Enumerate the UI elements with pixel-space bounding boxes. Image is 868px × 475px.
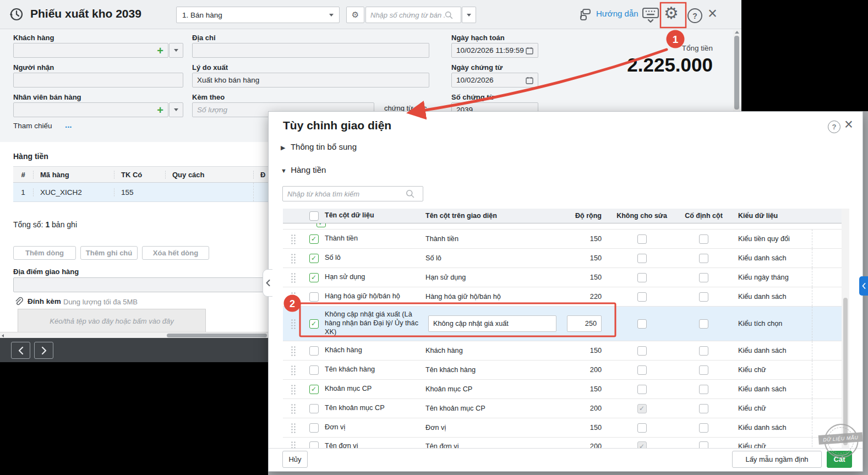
- col-width-header[interactable]: Độ rộng: [523, 212, 606, 220]
- column-row[interactable]: Tên khoản mục CPTên khoản mục CP200✓Kiểu…: [283, 399, 842, 418]
- column-row[interactable]: Hàng hóa giữ hộ/bán hộHàng hóa giữ hộ/bá…: [283, 287, 842, 307]
- ngay-hach-toan-input[interactable]: 10/02/2026 11:59:59: [451, 43, 538, 58]
- column-row[interactable]: Đơn vịĐơn vị150Kiểu danh sách: [283, 418, 842, 438]
- dialog-close-icon[interactable]: ×: [844, 116, 853, 133]
- calendar-icon[interactable]: [526, 77, 533, 84]
- drag-handle-cell[interactable]: [283, 292, 303, 302]
- readonly-checkbox[interactable]: [637, 385, 647, 394]
- dialog-search-box[interactable]: [282, 186, 423, 201]
- readonly-checkbox-cell[interactable]: [606, 346, 678, 356]
- col-clipped[interactable]: Đ: [253, 171, 268, 179]
- col-tk-co[interactable]: TK Có: [114, 171, 165, 179]
- dialog-search-input[interactable]: [287, 190, 406, 198]
- dia-diem-input[interactable]: [13, 277, 266, 292]
- side-panel-tab[interactable]: [859, 276, 868, 296]
- column-row[interactable]: Tên đơn vịTên đơn vị200✓Kiểu chữ: [283, 438, 842, 448]
- readonly-checkbox[interactable]: [637, 273, 647, 282]
- row-checkbox-cell[interactable]: ✓: [303, 385, 325, 394]
- row-checkbox[interactable]: [309, 346, 319, 356]
- fixed-checkbox-cell[interactable]: [678, 385, 730, 394]
- column-row[interactable]: Tên khách hàngTên khách hàng200Kiểu chữ: [283, 361, 842, 380]
- drag-handle-cell[interactable]: [283, 384, 303, 395]
- h-scrollbar-thumb[interactable]: [167, 334, 267, 337]
- readonly-checkbox-cell[interactable]: [606, 254, 678, 263]
- row-checkbox-cell[interactable]: [303, 346, 325, 356]
- dialog-help-icon[interactable]: ?: [828, 121, 840, 133]
- fixed-checkbox[interactable]: [699, 273, 708, 282]
- drag-handle-cell[interactable]: [283, 346, 303, 356]
- drag-handle-cell[interactable]: [283, 272, 303, 283]
- row-checkbox[interactable]: [309, 441, 319, 448]
- main-scrollbar-thumb[interactable]: [734, 36, 739, 110]
- xoa-het-dong-button[interactable]: Xóa hết dòng: [142, 246, 209, 260]
- row-checkbox[interactable]: ✓: [309, 254, 319, 263]
- them-dong-button[interactable]: Thêm dòng: [13, 246, 76, 260]
- fixed-checkbox[interactable]: [699, 385, 708, 394]
- fixed-checkbox[interactable]: [699, 346, 708, 356]
- section-hang-tien[interactable]: ▼ Hàng tiền: [281, 165, 326, 174]
- fixed-checkbox-cell[interactable]: [678, 365, 730, 375]
- readonly-checkbox-cell[interactable]: [606, 292, 678, 302]
- col-fixed-header[interactable]: Cố định cột: [678, 212, 730, 220]
- fixed-checkbox-cell[interactable]: [678, 234, 730, 244]
- fixed-checkbox-cell[interactable]: [678, 273, 730, 282]
- add-icon[interactable]: +: [157, 105, 163, 116]
- readonly-checkbox-cell[interactable]: [606, 385, 678, 394]
- row-checkbox-cell[interactable]: ✓: [303, 319, 325, 329]
- drag-handle-icon[interactable]: [291, 346, 296, 356]
- settings-icon[interactable]: ⚙: [664, 5, 679, 21]
- readonly-checkbox[interactable]: [637, 292, 647, 302]
- calendar-icon[interactable]: [526, 47, 533, 54]
- fixed-checkbox[interactable]: [699, 292, 708, 302]
- column-row[interactable]: ✓Hạn sử dụngHạn sử dụng150Kiểu ngày thán…: [283, 268, 842, 287]
- row-checkbox[interactable]: ✓: [309, 319, 319, 329]
- doc-search-input[interactable]: [370, 11, 445, 19]
- drag-handle-icon[interactable]: [291, 423, 296, 433]
- drag-handle-icon[interactable]: [291, 234, 296, 244]
- readonly-checkbox-cell[interactable]: ✓: [606, 441, 678, 448]
- row-checkbox-cell[interactable]: [303, 404, 325, 413]
- search-icon[interactable]: [406, 189, 414, 198]
- row-checkbox-cell[interactable]: [303, 441, 325, 448]
- khach-hang-input[interactable]: +: [13, 43, 168, 58]
- fixed-checkbox-cell[interactable]: [678, 423, 730, 433]
- fixed-checkbox[interactable]: [699, 423, 708, 433]
- row-checkbox[interactable]: ✓: [309, 234, 319, 244]
- fixed-checkbox[interactable]: [699, 234, 708, 244]
- drag-handle-icon[interactable]: [291, 403, 296, 414]
- readonly-checkbox[interactable]: [637, 234, 647, 244]
- row-checkbox[interactable]: ✓: [316, 223, 326, 227]
- drag-handle-icon[interactable]: [291, 319, 296, 329]
- help-icon[interactable]: ?: [687, 8, 702, 23]
- drag-handle-icon[interactable]: [291, 272, 296, 283]
- row-checkbox-cell[interactable]: [303, 292, 325, 302]
- items-row[interactable]: 1 XUC_XICH2 155: [13, 183, 268, 202]
- fixed-checkbox[interactable]: [699, 254, 708, 263]
- tham-chieu-more-link[interactable]: ...: [65, 120, 72, 129]
- fixed-checkbox-cell[interactable]: [678, 292, 730, 302]
- row-checkbox[interactable]: [309, 404, 319, 413]
- readonly-checkbox[interactable]: [637, 346, 647, 356]
- fixed-checkbox[interactable]: [699, 441, 708, 448]
- col-name-header[interactable]: Tên cột dữ liệu: [325, 211, 425, 220]
- prev-button[interactable]: [11, 342, 30, 359]
- drag-handle-cell[interactable]: [283, 319, 303, 329]
- collapse-panel-tab[interactable]: [263, 269, 272, 297]
- row-checkbox[interactable]: [309, 365, 319, 375]
- drag-handle-cell[interactable]: [283, 441, 303, 448]
- fixed-checkbox-cell[interactable]: [678, 441, 730, 448]
- keyboard-icon[interactable]: [642, 7, 659, 24]
- ly-do-xuat-input[interactable]: Xuất kho bán hàng: [192, 73, 429, 88]
- readonly-checkbox-cell[interactable]: [606, 273, 678, 282]
- drag-handle-icon[interactable]: [291, 253, 296, 264]
- readonly-checkbox[interactable]: [637, 319, 647, 329]
- close-icon[interactable]: ×: [708, 4, 717, 23]
- row-checkbox-cell[interactable]: ✓: [303, 273, 325, 282]
- next-button[interactable]: [34, 342, 53, 359]
- drag-handle-icon[interactable]: [291, 292, 296, 302]
- width-input[interactable]: [567, 315, 602, 332]
- fixed-checkbox[interactable]: [699, 404, 708, 413]
- voucher-type-select[interactable]: 1. Bán hàng: [176, 7, 340, 23]
- readonly-checkbox-cell[interactable]: [606, 365, 678, 375]
- col-stt[interactable]: #: [13, 171, 33, 179]
